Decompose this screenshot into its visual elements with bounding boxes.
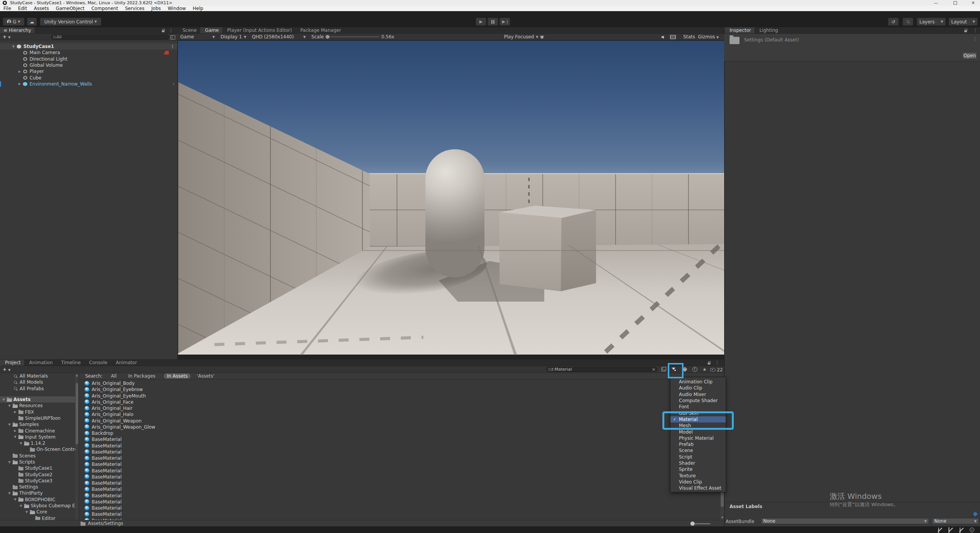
type-filter-option[interactable]: Texture <box>670 472 726 479</box>
asset-list-item[interactable]: BaseMaterial <box>79 493 720 499</box>
display-dropdown[interactable]: Display 1▼ <box>218 34 249 40</box>
menu-item[interactable]: Help <box>189 6 207 11</box>
open-new-window-icon[interactable] <box>659 366 667 373</box>
tree-scrollbar[interactable]: ▲ ▼ <box>75 373 79 526</box>
asset-list-item[interactable]: BaseMaterial <box>79 468 720 474</box>
vsync-grid-icon[interactable] <box>670 35 676 39</box>
asset-list-item[interactable]: BaseMaterial <box>79 461 720 467</box>
hierarchy-item[interactable]: Main Camera <box>0 50 177 56</box>
project-search-input[interactable] <box>551 367 652 372</box>
mute-audio-icon[interactable] <box>662 35 666 39</box>
project-search-field[interactable]: × <box>546 367 657 372</box>
display-target-dropdown[interactable]: Game▼ <box>178 34 218 40</box>
folder-tree-item[interactable]: ▼ Assets <box>0 396 75 403</box>
type-filter-option[interactable]: Video Clip <box>670 479 726 485</box>
play-button[interactable]: ▶ <box>476 18 486 26</box>
expand-arrow-icon[interactable]: ▶ <box>13 410 18 414</box>
view-tab[interactable]: Game <box>200 27 222 33</box>
hierarchy-search-field[interactable] <box>51 35 169 40</box>
asset-list-item[interactable]: BaseMaterial <box>79 436 720 442</box>
filter-by-label-button[interactable] <box>680 366 689 373</box>
asset-list-item[interactable]: BaseMaterial <box>79 480 720 486</box>
folder-tree-item[interactable]: Scenes <box>0 453 75 459</box>
asset-list-item[interactable]: BaseMaterial <box>79 449 720 455</box>
type-filter-option[interactable]: Sprite <box>670 466 726 472</box>
row-trailing-glyph[interactable]: ⋮ <box>170 44 175 49</box>
folder-tree-item[interactable] <box>0 392 75 396</box>
asset-list-item[interactable]: BaseMaterial <box>79 443 720 449</box>
kebab-menu-icon[interactable]: ⋮ <box>169 28 173 33</box>
favorites-button[interactable]: ★ <box>700 366 709 373</box>
asset-list-item[interactable]: Aris_Original_Halo <box>79 411 720 417</box>
scroll-up-icon[interactable]: ▲ <box>75 374 79 377</box>
hierarchy-options-icon[interactable] <box>170 35 175 40</box>
folder-tree-item[interactable]: StudyCase2 <box>0 471 75 477</box>
menu-item[interactable]: GameObject <box>52 6 88 11</box>
lock-icon[interactable] <box>964 29 967 32</box>
folder-tree-item[interactable]: ▼ BOXOPHOBIC <box>0 497 75 503</box>
expand-arrow-icon[interactable]: ▼ <box>7 460 12 464</box>
asset-list-item[interactable]: BaseMaterial <box>79 511 720 517</box>
asset-list-item[interactable]: Aris_Original_Weapon <box>79 418 720 424</box>
type-filter-option[interactable]: Physic Material <box>670 435 726 441</box>
hierarchy-search-input[interactable] <box>56 35 167 40</box>
expand-arrow-icon[interactable]: ▶ <box>17 82 22 86</box>
type-filter-option[interactable]: Visual Effect Asset <box>670 485 726 491</box>
filter-importlog-button[interactable]: ! <box>690 366 699 373</box>
close-button[interactable]: ✕ <box>967 0 979 6</box>
bottom-tab[interactable]: Animation <box>24 360 56 366</box>
menu-item[interactable]: File <box>0 6 15 11</box>
cloud-button[interactable]: ☁ <box>27 18 37 26</box>
clear-search-icon[interactable]: × <box>652 367 656 372</box>
folder-tree-item[interactable]: ▼ Resources <box>0 403 75 409</box>
progress-ok-icon[interactable]: ✓ <box>970 528 975 533</box>
kebab-menu-icon[interactable]: ⋮ <box>973 28 977 33</box>
menu-item[interactable]: Services <box>122 6 148 11</box>
folder-tree-item[interactable]: ▶ FBX <box>0 409 75 415</box>
tab-hierarchy[interactable]: ≡ Hierarchy <box>0 27 35 33</box>
scale-slider[interactable] <box>326 36 379 37</box>
inspector-tab[interactable]: Lighting <box>754 27 782 33</box>
hierarchy-item[interactable]: Directional Light <box>0 56 177 62</box>
expand-arrow-icon[interactable]: ▼ <box>1 398 6 401</box>
menu-item[interactable]: Edit <box>15 6 30 11</box>
bottom-tab[interactable]: Project <box>0 360 24 366</box>
play-focused-dropdown[interactable]: Play Focused▼ <box>501 34 541 40</box>
hierarchy-item[interactable]: ▶ Environment_Narrow_Walls › <box>0 81 177 87</box>
hierarchy-item[interactable]: ▶ Player <box>0 68 177 74</box>
type-filter-option[interactable]: Shader <box>670 460 726 466</box>
folder-tree-item[interactable]: ▼ Samples <box>0 421 75 427</box>
expand-arrow-icon[interactable]: ▶ <box>13 429 18 432</box>
lock-icon[interactable] <box>708 361 711 365</box>
folder-tree-item[interactable]: ▼ Input System <box>0 434 75 440</box>
scroll-down-icon[interactable]: ▼ <box>720 516 724 519</box>
kebab-menu-icon[interactable]: ⋮ <box>715 360 719 365</box>
hierarchy-item[interactable]: Global Volume <box>0 62 177 68</box>
scope-option[interactable]: All <box>108 373 120 379</box>
view-tab[interactable]: Player (Input Actions Editor) <box>222 27 295 33</box>
folder-tree-item[interactable]: ▼ ThirdParty <box>0 490 75 496</box>
folder-tree-item[interactable]: ▼ 1.14.2 <box>0 440 75 446</box>
menu-item[interactable]: Assets <box>30 6 52 11</box>
type-filter-option[interactable]: GUI Skin <box>670 410 726 416</box>
expand-arrow-icon[interactable]: ▼ <box>7 404 12 408</box>
folder-tree-item[interactable]: All Models <box>0 379 75 385</box>
expand-arrow-icon[interactable]: ▼ <box>18 504 23 508</box>
folder-tree-item[interactable]: Settings <box>0 484 75 490</box>
type-filter-option[interactable]: Font <box>670 404 726 410</box>
layout-dropdown[interactable]: Layout▼ <box>949 18 978 26</box>
type-filter-option[interactable]: Mesh <box>670 422 726 429</box>
asset-list-item[interactable]: Backdrop <box>79 430 720 436</box>
type-filter-option[interactable]: Script <box>670 454 726 460</box>
expand-arrow-icon[interactable]: ▶ <box>17 70 22 73</box>
version-control-button[interactable]: Unity Version Control ▼ <box>40 18 101 26</box>
layers-muted-icon[interactable] <box>948 528 953 533</box>
scale-slider-knob[interactable] <box>326 35 329 39</box>
type-filter-option[interactable]: Audio Clip <box>670 385 726 391</box>
asset-list-item[interactable]: Aris_Original_EyeMouth <box>79 393 720 399</box>
type-filter-option[interactable]: Compute Shader <box>670 398 726 404</box>
console-muted-icon[interactable] <box>937 528 942 533</box>
account-button[interactable]: G ▼ <box>3 18 25 26</box>
bottom-tab[interactable]: Animator <box>111 360 140 366</box>
assetbundle-variant-dropdown[interactable]: None▼ <box>932 518 979 524</box>
